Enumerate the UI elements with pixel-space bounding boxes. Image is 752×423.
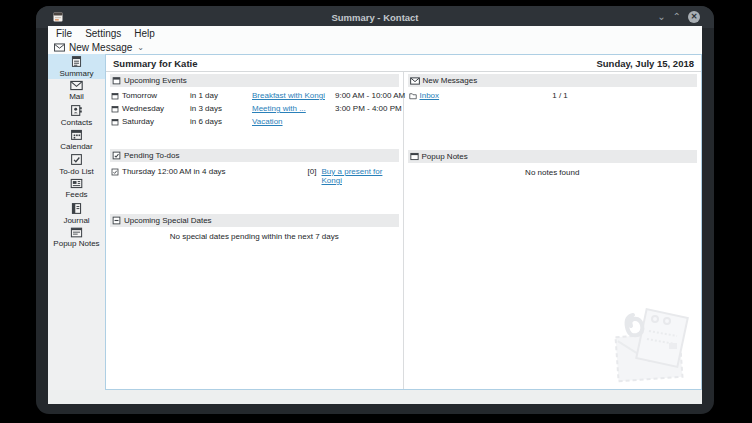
event-link[interactable]: Vacation xyxy=(252,117,335,126)
todo-row: Thursday 12:00 AM in 4 days [0] Buy a pr… xyxy=(110,162,399,185)
sidebar-item-label: Summary xyxy=(59,69,93,78)
calendar-icon xyxy=(112,76,121,85)
event-relative: in 6 days xyxy=(190,117,252,126)
sidebar-item-label: Calendar xyxy=(60,142,92,151)
right-column: New Messages Inbox 1 / 1 xyxy=(404,72,702,389)
page-title: Summary for Katie xyxy=(113,58,197,69)
kontact-watermark xyxy=(611,303,699,387)
contacts-icon xyxy=(70,104,83,117)
menubar: File Settings Help xyxy=(48,26,702,40)
sidebar: Summary Mail xyxy=(48,54,105,390)
sidebar-item-label: To-do List xyxy=(59,167,94,176)
journal-icon xyxy=(70,202,83,215)
mail-icon xyxy=(70,80,83,91)
sidebar-item-popup-notes[interactable]: Popup Notes xyxy=(48,226,105,251)
special-dates-icon xyxy=(112,216,121,225)
sidebar-item-label: Journal xyxy=(63,216,89,225)
mail-icon xyxy=(410,77,420,85)
toolbar: New Message ⌄ xyxy=(48,40,702,54)
message-count: 1 / 1 xyxy=(552,91,696,100)
new-message-icon xyxy=(54,43,65,52)
event-icon xyxy=(111,92,119,100)
todo-icon xyxy=(112,151,121,160)
sidebar-item-label: Feeds xyxy=(65,190,87,199)
titlebar: Summary - Kontact ⌄ ⌃ ✕ xyxy=(36,6,714,28)
menu-settings[interactable]: Settings xyxy=(85,28,121,39)
popup-notes-icon xyxy=(410,152,419,161)
summary-icon xyxy=(70,55,83,68)
section-title: Upcoming Special Dates xyxy=(124,216,212,225)
summary-view: Summary for Katie Sunday, July 15, 2018 … xyxy=(105,54,702,390)
section-pending-todos: Pending To-dos xyxy=(110,149,399,162)
event-relative: in 1 day xyxy=(190,91,252,100)
popup-notes-icon xyxy=(70,227,83,238)
maximize-icon[interactable]: ⌃ xyxy=(673,12,681,22)
event-row-day: Tomorrow xyxy=(111,91,190,100)
section-title: Popup Notes xyxy=(422,152,468,161)
sidebar-item-contacts[interactable]: Contacts xyxy=(48,103,105,128)
summary-header: Summary for Katie Sunday, July 15, 2018 xyxy=(106,55,701,72)
app-body: File Settings Help New Message ⌄ xyxy=(48,26,702,404)
event-time xyxy=(335,117,405,126)
new-message-dropdown-icon[interactable]: ⌄ xyxy=(137,43,144,52)
todo-list-icon xyxy=(70,153,83,166)
event-row-day: Wednesday xyxy=(111,104,190,113)
sidebar-item-feeds[interactable]: Feeds xyxy=(48,177,105,202)
event-link[interactable]: Meeting with ... xyxy=(252,104,335,113)
section-popup-notes: Popup Notes xyxy=(408,150,698,163)
status-strip xyxy=(48,390,702,404)
minimize-icon[interactable]: ⌄ xyxy=(657,12,665,22)
event-row-day: Saturday xyxy=(111,117,190,126)
section-title: New Messages xyxy=(423,76,478,85)
todo-due: Thursday 12:00 AM in 4 days xyxy=(111,167,308,176)
event-relative: in 3 days xyxy=(190,104,252,113)
sidebar-item-summary[interactable]: Summary xyxy=(48,54,105,79)
menu-file[interactable]: File xyxy=(56,28,72,39)
left-column: Upcoming Events Tomorrow in 1 day Breakf… xyxy=(106,72,404,389)
event-icon xyxy=(111,118,119,126)
section-new-messages: New Messages xyxy=(408,74,698,87)
sidebar-item-todo-list[interactable]: To-do List xyxy=(48,152,105,177)
event-icon xyxy=(111,105,119,113)
sidebar-item-label: Contacts xyxy=(61,118,93,127)
window-title: Summary - Kontact xyxy=(36,12,714,23)
header-date: Sunday, July 15, 2018 xyxy=(596,58,694,69)
sidebar-item-calendar[interactable]: Calendar xyxy=(48,128,105,153)
section-title: Upcoming Events xyxy=(124,76,187,85)
main-area: Summary Mail xyxy=(48,54,702,390)
close-icon[interactable]: ✕ xyxy=(688,11,700,23)
section-upcoming-events: Upcoming Events xyxy=(110,74,399,87)
section-special-dates: Upcoming Special Dates xyxy=(110,214,399,227)
todo-priority: [0] xyxy=(308,167,322,176)
message-folder-row: Inbox 1 / 1 xyxy=(408,87,698,100)
todo-icon xyxy=(111,168,119,176)
feeds-icon xyxy=(70,178,83,189)
popup-notes-empty-text: No notes found xyxy=(408,163,698,177)
event-time: 9:00 AM - 10:00 AM xyxy=(335,91,405,100)
sidebar-item-label: Popup Notes xyxy=(53,239,99,248)
todo-link[interactable]: Buy a present for Kongi xyxy=(322,167,398,185)
section-title: Pending To-dos xyxy=(124,151,179,160)
sidebar-item-label: Mail xyxy=(69,92,84,101)
window-frame: Summary - Kontact ⌄ ⌃ ✕ File Settings He… xyxy=(36,6,714,414)
upcoming-events-table: Tomorrow in 1 day Breakfast with Kongi 9… xyxy=(110,87,399,126)
menu-help[interactable]: Help xyxy=(134,28,155,39)
new-message-button[interactable]: New Message xyxy=(69,42,132,53)
folder-icon xyxy=(409,92,417,100)
sidebar-item-journal[interactable]: Journal xyxy=(48,201,105,226)
calendar-icon xyxy=(70,128,83,141)
special-dates-empty-text: No special dates pending within the next… xyxy=(110,227,399,241)
event-time: 3:00 PM - 4:00 PM xyxy=(335,104,405,113)
inbox-link[interactable]: Inbox xyxy=(420,91,440,100)
sidebar-item-mail[interactable]: Mail xyxy=(48,79,105,104)
event-link[interactable]: Breakfast with Kongi xyxy=(252,91,335,100)
